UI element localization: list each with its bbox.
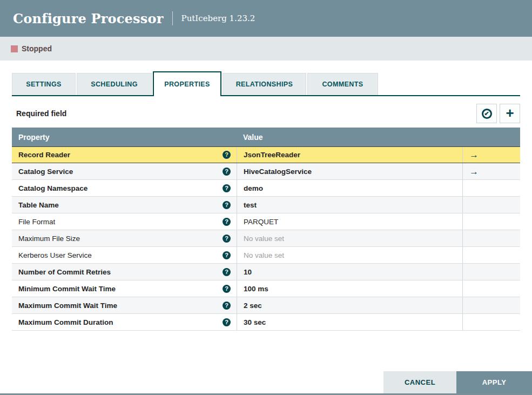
property-value: JsonTreeReader [244,151,300,159]
property-name: Maximum Commit Duration [18,318,113,326]
property-cell: Maximum File Size? [12,230,237,246]
actions-cell [462,230,520,246]
property-value: 10 [244,268,252,276]
property-value: No value set [244,235,284,243]
value-cell[interactable]: No value set [237,247,462,263]
value-cell[interactable]: JsonTreeReader [237,147,462,163]
value-cell[interactable]: demo [237,180,462,196]
property-cell: Catalog Namespace? [12,180,237,196]
table-header-row: Property Value [12,128,520,146]
table-row[interactable]: Catalog Service?HiveCatalogService→ [12,163,520,180]
help-question-icon[interactable]: ? [223,201,231,209]
property-name: Kerberos User Service [18,251,92,259]
table-row[interactable]: Kerberos User Service?No value set [12,247,520,264]
help-question-icon[interactable]: ? [223,302,231,310]
go-to-service-arrow-icon[interactable]: → [469,167,479,176]
dialog-header: Configure Processor PutIceberg 1.23.2 [0,0,532,37]
property-cell: Record Reader? [12,147,237,163]
help-question-icon[interactable]: ? [223,218,231,226]
configure-processor-dialog: Configure Processor PutIceberg 1.23.2 St… [0,0,532,395]
value-cell[interactable]: PARQUET [237,213,462,230]
value-cell[interactable]: HiveCatalogService [237,163,462,179]
property-name: Table Name [18,201,59,209]
stopped-status-icon [11,45,18,52]
property-value: demo [244,184,263,192]
table-row[interactable]: Record Reader?JsonTreeReader→ [12,146,520,163]
actions-cell [462,264,520,280]
property-name: Number of Commit Retries [18,268,111,276]
tab-relationships[interactable]: RELATIONSHIPS [223,73,306,95]
property-cell: Catalog Service? [12,163,237,179]
table-body: Record Reader?JsonTreeReader→Catalog Ser… [12,146,520,331]
property-name: Catalog Namespace [18,184,87,192]
value-cell[interactable]: test [237,197,462,213]
property-name: Record Reader [18,151,70,159]
plus-icon: + [506,106,514,120]
actions-cell: → [462,147,520,163]
table-action-buttons: ✔ + [476,104,520,123]
tab-settings[interactable]: SETTINGS [12,73,76,95]
table-row[interactable]: Maximum File Size?No value set [12,230,520,247]
help-question-icon[interactable]: ? [223,318,231,326]
value-cell[interactable]: 30 sec [237,314,462,330]
status-bar: Stopped [0,37,532,61]
column-header-actions [462,128,520,146]
column-header-value: Value [237,128,462,146]
tab-properties[interactable]: PROPERTIES [153,71,221,96]
help-question-icon[interactable]: ? [223,285,231,293]
property-name: File Format [18,218,55,226]
property-cell: Kerberos User Service? [12,247,237,263]
property-value: 2 sec [244,302,262,310]
tab-comments[interactable]: COMMENTS [307,73,378,95]
property-cell: Table Name? [12,197,237,213]
add-property-button[interactable]: + [500,104,520,123]
help-question-icon[interactable]: ? [223,184,231,192]
table-row[interactable]: Minimum Commit Wait Time?100 ms [12,280,520,297]
tab-bar: SETTINGSSCHEDULINGPROPERTIESRELATIONSHIP… [12,71,520,96]
actions-cell [462,297,520,313]
help-question-icon[interactable]: ? [223,235,231,243]
property-cell: Number of Commit Retries? [12,264,237,280]
help-question-icon[interactable]: ? [223,268,231,276]
table-row[interactable]: Catalog Namespace?demo [12,180,520,197]
check-circle-icon: ✔ [482,109,492,119]
table-row[interactable]: Maximum Commit Wait Time?2 sec [12,297,520,314]
required-field-label: Required field [16,109,66,118]
property-cell: File Format? [12,213,237,230]
properties-table: Property Value Record Reader?JsonTreeRea… [12,128,520,331]
actions-cell [462,314,520,330]
verify-properties-button[interactable]: ✔ [476,104,497,123]
table-row[interactable]: File Format?PARQUET [12,213,520,230]
actions-cell [462,280,520,297]
table-row[interactable]: Maximum Commit Duration?30 sec [12,314,520,331]
tab-scheduling[interactable]: SCHEDULING [77,73,152,95]
table-row[interactable]: Table Name?test [12,197,520,213]
column-header-property: Property [12,128,237,146]
property-name: Minimum Commit Wait Time [18,285,116,293]
apply-button[interactable]: APPLY [456,371,532,393]
actions-cell [462,180,520,196]
cancel-button[interactable]: CANCEL [383,371,456,393]
property-value: 30 sec [244,318,266,326]
title-divider [172,11,173,25]
help-question-icon[interactable]: ? [223,168,231,176]
go-to-service-arrow-icon[interactable]: → [469,150,479,159]
value-cell[interactable]: 2 sec [237,297,462,313]
property-value: test [244,201,257,209]
value-cell[interactable]: No value set [237,230,462,246]
properties-toolbar: Required field ✔ + [12,103,520,124]
property-name: Catalog Service [18,168,73,176]
help-question-icon[interactable]: ? [223,151,231,159]
processor-name-version: PutIceberg 1.23.2 [181,14,255,23]
property-value: No value set [244,251,284,259]
table-row[interactable]: Number of Commit Retries?10 [12,264,520,280]
property-name: Maximum File Size [18,235,80,243]
property-value: 100 ms [244,285,268,293]
property-name: Maximum Commit Wait Time [18,302,117,310]
help-question-icon[interactable]: ? [223,251,231,259]
value-cell[interactable]: 100 ms [237,280,462,297]
actions-cell [462,213,520,230]
property-cell: Minimum Commit Wait Time? [12,280,237,297]
value-cell[interactable]: 10 [237,264,462,280]
property-value: HiveCatalogService [244,168,312,176]
